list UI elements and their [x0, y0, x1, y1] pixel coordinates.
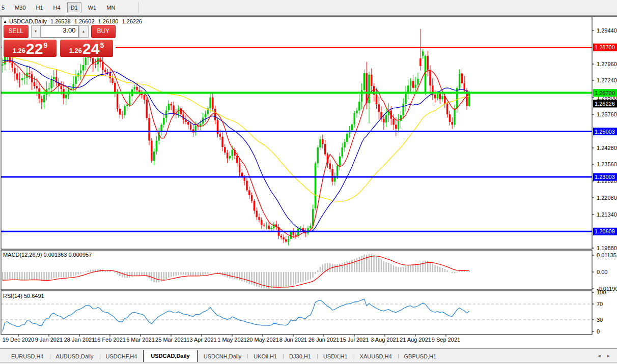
symbol-timeframe-label: USDCAD,Daily	[9, 18, 47, 24]
date-tick-label: 1 May 2021	[217, 337, 246, 343]
candles-layer	[2, 29, 470, 246]
price-chip-label: 1.26700	[595, 90, 615, 96]
sell-price-point: 9	[43, 41, 47, 49]
pane-borders	[0, 17, 617, 335]
tab-usdcnh-daily[interactable]: USDCNH,Daily	[198, 351, 248, 362]
price-chip-label: 1.23003	[595, 174, 615, 180]
date-tick-label: 26 Jun 2021	[308, 337, 340, 343]
price-tick-label: 1.25760	[597, 111, 617, 117]
date-tick-label: 20 May 2021	[246, 337, 279, 343]
price-tick-label: 1.27960	[597, 61, 617, 67]
buy-price-pips: 24	[82, 41, 99, 56]
buy-price-tile[interactable]: 1.26 24 5	[60, 40, 113, 57]
macd-label: MACD(12,26,9) 0.001363 0.000957	[3, 252, 92, 258]
timeframe-button-mn[interactable]: MN	[103, 2, 119, 13]
buy-price-point: 5	[100, 41, 104, 49]
tab-scroll-left-icon[interactable]: ◄	[595, 351, 604, 360]
timeframe-button-h1[interactable]: H1	[33, 2, 47, 13]
price-tick-label: 1.23560	[597, 161, 617, 167]
price-chip-label: 1.25003	[595, 129, 615, 135]
bottom-panel-edge	[0, 362, 617, 364]
macd-tick-label: 0.00	[597, 269, 607, 275]
date-tick-label: 6 Mar 2021	[126, 337, 155, 343]
date-tick-label: 9 Sep 2021	[432, 337, 460, 343]
sell-button[interactable]: SELL	[4, 25, 29, 38]
price-tick-label: 1.19880	[597, 245, 617, 251]
date-tick-label: 15 Jul 2021	[340, 337, 369, 343]
date-tick-label: 3 Aug 2021	[371, 337, 399, 343]
macd-pane	[3, 254, 469, 289]
tab-dj30-h1[interactable]: DJ30,H1	[283, 351, 317, 362]
tab-eurusd-h4[interactable]: EURUSD,H4	[5, 351, 50, 362]
tab-gbpusd-h1[interactable]: GBPUSD,H1	[398, 351, 443, 362]
price-tick-label: 1.24280	[597, 145, 617, 151]
tab-usdx-h1[interactable]: USDX,H1	[317, 351, 354, 362]
timeframe-button-m30[interactable]: M30	[11, 2, 29, 13]
collapse-arrow-icon[interactable]: ▲	[3, 19, 7, 24]
rsi-tick-label: 30	[597, 317, 603, 323]
ohlc-low: 1.26180	[98, 18, 119, 24]
rsi-pane	[1, 299, 592, 331]
sell-price-prefix: 1.26	[13, 47, 25, 54]
volume-decrease-icon[interactable]: ▼	[31, 25, 41, 38]
ohlc-close: 1.26226	[122, 18, 142, 24]
volume-input[interactable]: 3.00	[41, 25, 79, 38]
date-tick-label: 28 Jan 2021	[64, 337, 95, 343]
sell-price-pips: 22	[26, 41, 43, 56]
date-tick-label: 8 Jun 2021	[279, 337, 307, 343]
price-chip-label: 1.28700	[595, 44, 615, 50]
date-tick-label: 19 Dec 2020	[3, 337, 34, 343]
date-axis[interactable]: 19 Dec 20209 Jan 202128 Jan 202116 Feb 2…	[3, 335, 460, 343]
tab-xauusd-h4[interactable]: XAUUSD,H4	[354, 351, 398, 362]
horizontal-level-lines	[1, 47, 592, 231]
price-tick-label: 1.22080	[597, 195, 617, 201]
price-axis[interactable]: 1.294401.279601.272401.265001.257601.242…	[592, 27, 617, 335]
rsi-tick-label: 70	[597, 301, 603, 307]
timeframe-button-w1[interactable]: W1	[85, 2, 100, 13]
price-tick-label: 1.27240	[597, 77, 617, 83]
rsi-tick-label: 0	[597, 328, 600, 335]
sell-price-tile[interactable]: 1.26 22 9	[4, 40, 57, 57]
rsi-label: RSI(14) 50.6491	[3, 293, 44, 299]
timeframe-toolbar: 5 M30 H1 H4 D1 W1 MN	[0, 0, 617, 16]
timeframe-button-m5[interactable]: 5	[0, 2, 8, 13]
date-tick-label: 13 Apr 2021	[186, 337, 216, 343]
tab-usdchf-h4[interactable]: USDCHF,H4	[100, 351, 144, 362]
buy-price-prefix: 1.26	[69, 47, 82, 54]
tab-audusd-daily[interactable]: AUDUSD,Daily	[50, 351, 100, 362]
price-tick-label: 1.21340	[597, 211, 617, 218]
date-tick-label: 16 Feb 2021	[94, 337, 126, 343]
price-tick-label: 1.29440	[597, 27, 617, 34]
toolbar-separator	[138, 2, 139, 13]
timeframe-button-h4[interactable]: H4	[50, 2, 64, 13]
macd-signal-line	[3, 256, 469, 287]
tab-scroll-right-icon[interactable]: ►	[604, 351, 613, 360]
macd-tick-label: 0.01135	[597, 252, 616, 258]
chart-tabbar: EURUSD,H4 AUDUSD,Daily USDCHF,H4 USDCAD,…	[0, 348, 617, 362]
chart-title: ▲USDCAD,Daily 1.26538 1.26602 1.26180 1.…	[3, 18, 144, 24]
tab-usdcad-daily[interactable]: USDCAD,Daily	[143, 350, 197, 362]
tab-ukoil-h1[interactable]: UKOil,H1	[247, 351, 283, 362]
ohlc-open: 1.26538	[50, 18, 71, 24]
buy-button[interactable]: BUY	[91, 25, 116, 38]
date-tick-label: 9 Jan 2021	[35, 337, 63, 343]
ohlc-high: 1.26602	[74, 18, 95, 24]
date-tick-label: 21 Aug 2021	[400, 337, 431, 343]
timeframe-button-d1[interactable]: D1	[67, 2, 81, 13]
volume-increase-icon[interactable]: ▲	[79, 25, 89, 38]
one-click-trading-panel: SELL ▼ 3.00 ▲ BUY 1.26 22 9 1.26 24 5	[2, 25, 116, 56]
date-tick-label: 25 Mar 2021	[155, 337, 187, 343]
rsi-tick-label: 100	[597, 289, 606, 295]
price-chip-label: 1.20609	[595, 228, 615, 234]
price-chip-label: 1.26226	[595, 101, 615, 107]
